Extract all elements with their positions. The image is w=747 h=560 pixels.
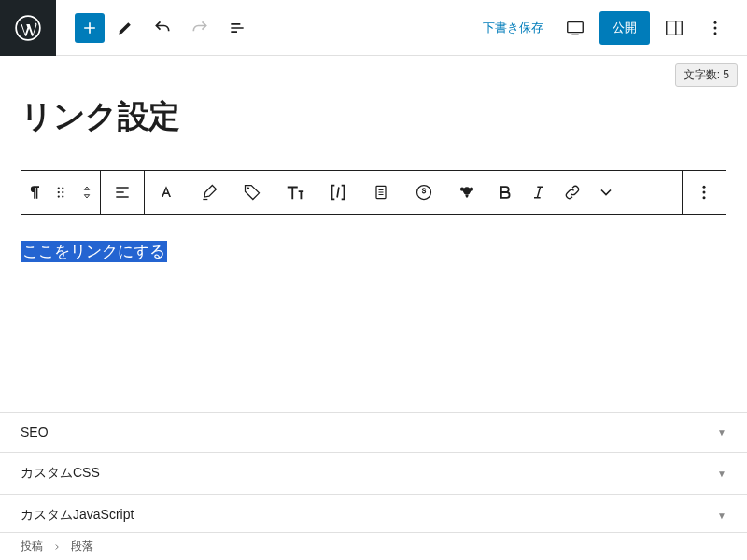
- svg-point-17: [470, 188, 473, 191]
- svg-point-20: [703, 196, 706, 199]
- svg-point-16: [460, 188, 464, 191]
- currency-button[interactable]: [402, 171, 445, 214]
- block-more-button[interactable]: [683, 171, 726, 214]
- kebab-icon: [695, 183, 713, 202]
- svg-point-18: [703, 186, 706, 189]
- word-count-label: 文字数:: [684, 68, 720, 81]
- font-size-button[interactable]: [274, 171, 317, 214]
- svg-point-12: [247, 188, 250, 190]
- drag-handle[interactable]: [48, 171, 74, 214]
- bold-icon: [496, 183, 514, 202]
- svg-point-14: [417, 186, 431, 200]
- topbar-left-tools: [56, 11, 254, 45]
- drag-icon: [52, 184, 69, 201]
- text-color-button[interactable]: [145, 171, 188, 214]
- more-options-button[interactable]: [698, 11, 732, 45]
- svg-point-15: [463, 187, 471, 194]
- details-button[interactable]: [220, 11, 254, 45]
- wordpress-logo[interactable]: [0, 0, 56, 56]
- paragraph-block[interactable]: ここをリンクにする: [21, 241, 726, 262]
- caret-down-icon: ▼: [717, 469, 726, 479]
- block-breadcrumb: 投稿 段落: [0, 532, 747, 560]
- topbar-right-tools: 下書き保存 公開: [475, 11, 747, 45]
- editor-topbar: 下書き保存 公開: [0, 0, 747, 56]
- shortcode-icon: [328, 182, 348, 203]
- svg-point-4: [714, 26, 717, 29]
- edit-tool-button[interactable]: [108, 11, 142, 45]
- svg-rect-1: [568, 21, 584, 32]
- text-a-icon: [157, 183, 176, 202]
- tag-button[interactable]: [231, 171, 274, 214]
- add-block-button[interactable]: [75, 13, 105, 43]
- svg-point-3: [714, 21, 717, 23]
- chevron-right-icon: [52, 542, 62, 552]
- clipboard-icon: [372, 183, 390, 202]
- svg-point-9: [62, 191, 63, 193]
- wordpress-icon: [15, 15, 41, 41]
- panel-label: SEO: [21, 425, 49, 440]
- move-arrows-button[interactable]: [74, 171, 100, 214]
- panel-custom-js[interactable]: カスタムJavaScript ▼: [0, 494, 747, 536]
- up-down-icon: [79, 182, 94, 203]
- publish-button[interactable]: 公開: [599, 11, 650, 45]
- bold-button[interactable]: [488, 171, 522, 214]
- word-count-badge: 文字数: 5: [675, 63, 738, 87]
- svg-point-5: [714, 32, 717, 35]
- link-button[interactable]: [556, 171, 589, 214]
- sidebar-icon: [664, 18, 684, 38]
- svg-point-8: [58, 191, 60, 193]
- selected-text[interactable]: ここをリンクにする: [21, 241, 167, 262]
- svg-point-7: [62, 187, 63, 189]
- highlighter-icon: [200, 183, 218, 202]
- list-view-icon: [228, 19, 247, 37]
- plus-icon: [80, 19, 99, 37]
- undo-icon: [153, 19, 172, 37]
- caret-down-icon: ▼: [717, 427, 726, 438]
- font-size-icon: [285, 182, 305, 203]
- paragraph-type-button[interactable]: [21, 171, 48, 214]
- italic-icon: [529, 183, 548, 202]
- monkey-icon: [458, 183, 476, 202]
- kebab-icon: [706, 19, 725, 37]
- sidebar-toggle-button[interactable]: [657, 11, 691, 45]
- word-count-value: 5: [723, 68, 729, 81]
- more-formats-button[interactable]: [589, 171, 623, 214]
- svg-point-11: [62, 195, 63, 197]
- chevron-down-icon: [597, 183, 615, 202]
- panel-custom-css[interactable]: カスタムCSS ▼: [0, 452, 747, 494]
- block-toolbar: [21, 170, 726, 215]
- highlight-button[interactable]: [188, 171, 231, 214]
- shortcode-button[interactable]: [317, 171, 359, 214]
- breadcrumb-root[interactable]: 投稿: [21, 539, 43, 554]
- circled-s-icon: [415, 183, 433, 202]
- link-icon: [563, 183, 582, 202]
- desktop-icon: [565, 18, 585, 38]
- align-button[interactable]: [101, 171, 144, 214]
- save-draft-link[interactable]: 下書き保存: [475, 20, 551, 36]
- redo-icon: [190, 19, 209, 37]
- panel-label: カスタムJavaScript: [21, 507, 134, 524]
- post-title[interactable]: リンク設定: [21, 95, 726, 138]
- svg-rect-2: [667, 21, 683, 35]
- caret-down-icon: ▼: [717, 511, 726, 521]
- editor-canvas: リンク設定: [0, 56, 747, 262]
- svg-point-19: [703, 191, 706, 194]
- panel-label: カスタムCSS: [21, 465, 100, 482]
- preview-button[interactable]: [558, 11, 592, 45]
- breadcrumb-leaf[interactable]: 段落: [71, 539, 93, 554]
- tag-icon: [243, 183, 261, 202]
- svg-point-6: [58, 187, 60, 189]
- paragraph-icon: [25, 183, 44, 202]
- align-left-icon: [113, 183, 132, 202]
- redo-button[interactable]: [183, 11, 217, 45]
- affiliate-button[interactable]: [445, 171, 488, 214]
- pencil-icon: [116, 19, 134, 37]
- clipboard-button[interactable]: [359, 171, 402, 214]
- panel-seo[interactable]: SEO ▼: [0, 412, 747, 452]
- svg-point-10: [58, 195, 60, 197]
- undo-button[interactable]: [146, 11, 179, 45]
- meta-panels: SEO ▼ カスタムCSS ▼ カスタムJavaScript ▼: [0, 412, 747, 536]
- italic-button[interactable]: [522, 171, 556, 214]
